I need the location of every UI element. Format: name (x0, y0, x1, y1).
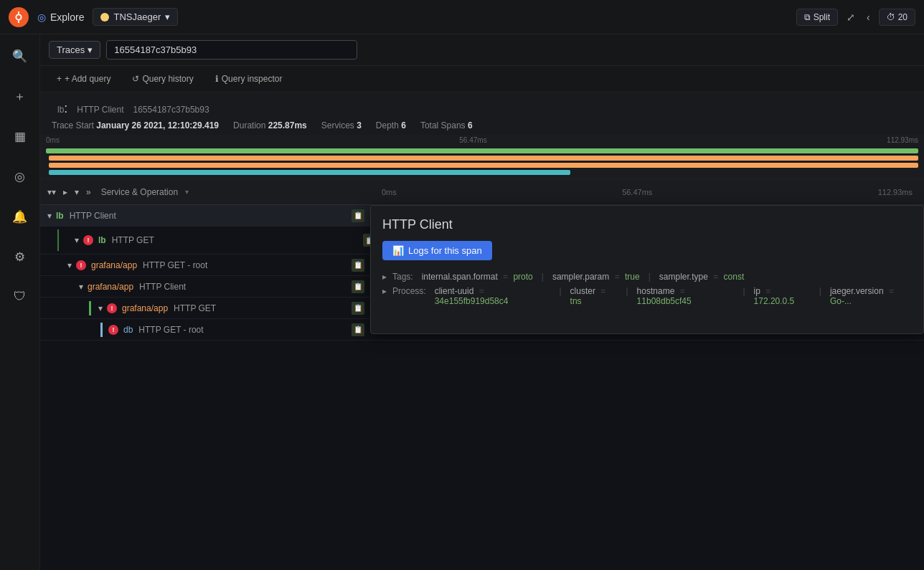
trace-duration-val: 225.87ms (268, 120, 307, 130)
tag-val-2: true (625, 272, 640, 282)
tag-key-3: sampler.type (659, 272, 708, 282)
span-service-col: ▾ ! lb HTTP GET 📋 (52, 227, 382, 254)
sidebar-item-explore[interactable]: ◎ (7, 163, 33, 189)
tag-key-1: internal.span.format (422, 272, 498, 282)
trace-name: HTTP Client (77, 105, 123, 115)
tag-sampler-param: sampler.param = true (552, 272, 640, 282)
expand-button[interactable]: ▸ (62, 186, 69, 199)
trace-table-header: ▾▾ ▸ ▾ » Service & Operation ▾ 0ms 56.47… (40, 179, 924, 205)
minimap-labels: 0ms 56.47ms 112.93ms (40, 135, 924, 146)
add-query-button[interactable]: + + Add query (49, 70, 118, 87)
app-logo (9, 7, 29, 27)
indent-bar (100, 323, 103, 337)
span-row[interactable]: ▾ lb HTTP Client 📋 HTTP Client 📊 Logs fo… (40, 205, 924, 227)
query-history-label: Query history (142, 74, 193, 84)
traces-mode-button[interactable]: Traces ▾ (49, 41, 100, 59)
traces-chevron: ▾ (88, 44, 93, 55)
sidebar-item-alerting[interactable]: 🔔 (7, 204, 33, 229)
span-detail-popup: HTTP Client 📊 Logs for this span ▸ Tags:… (370, 205, 924, 334)
span-service-col: ▾ grafana/app HTTP Client 📋 (40, 277, 370, 296)
logs-icon: 📊 (392, 245, 404, 256)
minimap-t1: 56.47ms (459, 136, 486, 144)
minimap-bar-3 (49, 163, 918, 168)
process-expand-icon[interactable]: ▸ (382, 286, 387, 296)
sidebar-item-search[interactable]: 🔍 (7, 43, 33, 69)
time-picker[interactable]: ⏱ 20 (879, 9, 915, 26)
process-jaeger: jaeger.version = Go-... (830, 286, 912, 306)
add-icon: + (57, 74, 62, 84)
trace-meta: Trace Start January 26 2021, 12:10:29.41… (52, 120, 913, 130)
trace-total-spans: Total Spans 6 (420, 120, 473, 130)
share-button[interactable]: ⤢ (844, 9, 858, 26)
trace-services-val: 3 (357, 120, 362, 130)
trace-service: lb (57, 105, 64, 115)
logs-for-span-button[interactable]: 📊 Logs for this span (382, 241, 492, 260)
tag-val-3: const (724, 272, 745, 282)
tags-label: Tags: (392, 272, 413, 282)
span-service-name: lb (56, 211, 64, 221)
span-log-icon[interactable]: 📋 (352, 280, 364, 293)
span-log-icon[interactable]: 📋 (352, 209, 364, 222)
span-collapse-btn[interactable]: ▾ (46, 209, 53, 222)
trace-title: lb: HTTP Client 16554187c37b5b93 (52, 101, 913, 116)
error-badge: ! (107, 303, 117, 313)
trace-total-spans-val: 6 (468, 120, 473, 130)
span-log-icon[interactable]: 📋 (352, 302, 364, 315)
more-button[interactable]: » (85, 186, 93, 199)
minimap-bar-2 (49, 156, 918, 161)
span-detail-title: HTTP Client (382, 217, 912, 232)
span-op-name: HTTP Client (70, 211, 116, 221)
process-client-uuid: client-uuid = 34e155fb919d58c4 (435, 286, 551, 306)
span-collapse-btn[interactable]: ▾ (97, 302, 104, 315)
datasource-selector[interactable]: TNSJaeger ▾ (93, 8, 178, 26)
sort-icon: ▾ (185, 188, 189, 196)
span-service-name: grafana/app (88, 282, 133, 292)
collapse-all-button[interactable]: ▾▾ (46, 186, 57, 199)
toolbar: + + Add query ↺ Query history ℹ Query in… (40, 66, 924, 92)
explore-nav[interactable]: ◎ Explore (37, 11, 84, 23)
error-badge: ! (76, 260, 86, 270)
sidebar-item-dashboards[interactable]: ▦ (7, 123, 33, 149)
back-button[interactable]: ‹ (864, 9, 873, 26)
query-history-button[interactable]: ↺ Query history (124, 70, 201, 87)
span-service-col: ! db HTTP GET - root 📋 (40, 320, 370, 340)
service-op-header: Service & Operation (101, 187, 178, 197)
error-badge: ! (108, 325, 118, 335)
trace-info: lb: HTTP Client 16554187c37b5b93 Trace S… (40, 92, 924, 135)
process-hostname: hostname = 11b08db5cf45 (637, 286, 735, 306)
trace-services: Services 3 (321, 120, 362, 130)
span-log-icon[interactable]: 📋 (352, 323, 364, 336)
top-nav: ◎ Explore TNSJaeger ▾ ⧉ Split ⤢ ‹ ⏱ 20 (0, 0, 924, 34)
compass-nav-icon: ◎ (37, 11, 46, 23)
query-inspector-label: Query inspector (222, 74, 283, 84)
minimap-bars (40, 146, 924, 179)
collapse-button[interactable]: ▾ (73, 186, 80, 199)
sidebar-item-settings[interactable]: ⚙ (7, 244, 33, 270)
sidebar-item-add[interactable]: ＋ (7, 83, 33, 109)
span-service-name: grafana/app (91, 260, 137, 270)
tags-expand-icon[interactable]: ▸ (382, 272, 387, 282)
left-sidebar: 🔍 ＋ ▦ ◎ 🔔 ⚙ 🛡 (0, 34, 40, 570)
minimap: 0ms 56.47ms 112.93ms (40, 135, 924, 179)
tag-val-1: proto (513, 272, 532, 282)
process-ip: ip = 172.20.0.5 (754, 286, 811, 306)
span-op-name: HTTP GET (112, 235, 154, 245)
span-collapse-btn[interactable]: ▾ (77, 280, 85, 293)
main-content: Traces ▾ + + Add query ↺ Query history ℹ… (40, 34, 924, 570)
history-icon: ↺ (132, 74, 139, 84)
query-inspector-button[interactable]: ℹ Query inspector (207, 70, 291, 87)
datasource-dot (100, 13, 109, 22)
sidebar-item-shield[interactable]: 🛡 (7, 284, 33, 310)
minimap-bar-4 (49, 170, 570, 175)
process-label: Process: (392, 286, 426, 296)
span-op-name: HTTP GET - root (143, 260, 207, 270)
trace-depth-val: 6 (401, 120, 406, 130)
span-collapse-btn[interactable]: ▾ (73, 234, 80, 247)
split-button[interactable]: ⧉ Split (796, 9, 838, 26)
query-bar: Traces ▾ (40, 34, 924, 66)
span-log-icon[interactable]: 📋 (352, 259, 364, 272)
span-collapse-btn[interactable]: ▾ (66, 259, 73, 272)
time-label: 20 (898, 12, 908, 22)
trace-id-input[interactable] (106, 40, 357, 60)
timeline-t0: 0ms (382, 188, 397, 196)
